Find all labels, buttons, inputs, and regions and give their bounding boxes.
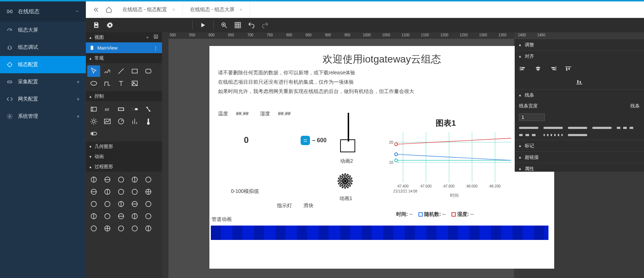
process-shape-8[interactable] bbox=[128, 186, 141, 198]
slider-widget[interactable]: = – 600 bbox=[301, 136, 326, 145]
ctrl-progress[interactable] bbox=[128, 103, 141, 115]
palette-section-normal[interactable]: ▴ 常规 bbox=[86, 53, 162, 63]
fan-widget[interactable] bbox=[336, 172, 355, 190]
process-shape-17[interactable] bbox=[115, 210, 128, 222]
props-section-marker[interactable]: ▴标记 bbox=[515, 140, 644, 151]
import-view-icon[interactable] bbox=[153, 34, 158, 41]
tab-dashboard[interactable]: 在线组态 - 组态大屏 × bbox=[183, 1, 250, 18]
collapse-tabs-button[interactable] bbox=[89, 3, 102, 16]
grid-button[interactable] bbox=[231, 19, 245, 31]
animation-box-2[interactable] bbox=[339, 113, 357, 156]
tool-polyline[interactable] bbox=[101, 78, 114, 89]
props-section-adjust[interactable]: ▴调整 bbox=[515, 39, 644, 50]
ctrl-numeric[interactable]: ## bbox=[101, 103, 114, 115]
process-shape-19[interactable] bbox=[142, 210, 155, 222]
ctrl-panel[interactable] bbox=[87, 103, 100, 115]
palette-section-view[interactable]: ▴ 视图 ＋ bbox=[86, 32, 162, 42]
process-shape-18[interactable] bbox=[128, 210, 141, 222]
process-shape-7[interactable] bbox=[115, 186, 128, 198]
tool-text[interactable] bbox=[115, 78, 128, 89]
props-section-line[interactable]: ▴线条 bbox=[515, 89, 644, 101]
process-shape-21[interactable] bbox=[101, 223, 114, 234]
line-style-round[interactable] bbox=[568, 134, 587, 136]
process-shape-3[interactable] bbox=[128, 174, 141, 185]
process-shape-11[interactable] bbox=[101, 198, 114, 210]
close-icon[interactable]: × bbox=[172, 7, 175, 13]
palette-section-geometry[interactable]: ▾ 几何图形 bbox=[86, 142, 162, 152]
process-shape-0[interactable] bbox=[87, 174, 100, 185]
process-shape-14[interactable] bbox=[142, 198, 155, 210]
tool-line[interactable] bbox=[115, 65, 128, 77]
settings-button[interactable] bbox=[103, 19, 117, 31]
line-style-solid[interactable] bbox=[519, 127, 538, 129]
align-center-h-button[interactable] bbox=[533, 65, 543, 73]
align-top-button[interactable] bbox=[564, 65, 573, 73]
ctrl-toggle[interactable] bbox=[87, 128, 100, 139]
nav-item-system[interactable]: 系统管理 ▾ bbox=[0, 108, 86, 125]
view-item-mainview[interactable]: MainView ⋮ bbox=[86, 42, 162, 53]
pipe-animation[interactable] bbox=[211, 226, 548, 240]
tool-image[interactable] bbox=[128, 78, 141, 89]
process-shape-10[interactable] bbox=[87, 198, 100, 210]
ctrl-valve[interactable] bbox=[142, 103, 155, 115]
home-button[interactable] bbox=[102, 3, 115, 16]
tool-pointer[interactable] bbox=[87, 65, 100, 77]
process-shape-24[interactable] bbox=[142, 223, 155, 234]
line-style-solid-2[interactable] bbox=[543, 127, 563, 129]
more-icon[interactable]: ⋮ bbox=[153, 45, 158, 51]
zoom-button[interactable] bbox=[217, 19, 231, 31]
process-shape-16[interactable] bbox=[101, 210, 114, 222]
nav-item-debug[interactable]: 组态调试 bbox=[0, 39, 86, 56]
process-shape-15[interactable] bbox=[87, 210, 100, 222]
nav-item-gateway[interactable]: 网关配置 ▾ bbox=[0, 91, 86, 108]
process-shape-13[interactable] bbox=[128, 198, 141, 210]
process-shape-2[interactable] bbox=[115, 174, 128, 185]
align-left-button[interactable] bbox=[518, 65, 528, 73]
tool-freehand[interactable] bbox=[101, 65, 114, 77]
palette-section-animation[interactable]: ▾ 动画 bbox=[86, 152, 162, 162]
save-button[interactable] bbox=[89, 19, 103, 31]
line-width-input[interactable] bbox=[519, 113, 545, 121]
collapse-icon[interactable] bbox=[75, 9, 79, 15]
line-style-solid-3[interactable] bbox=[568, 127, 587, 129]
chart-1[interactable]: 图表1 1020:47.400:47.600:47.800:48.000:48.… bbox=[385, 118, 536, 208]
process-shape-12[interactable] bbox=[115, 198, 128, 210]
ctrl-bars[interactable] bbox=[128, 116, 141, 127]
ctrl-thermo[interactable] bbox=[142, 116, 155, 127]
tab-config[interactable]: 在线组态 - 组态配置 × bbox=[115, 1, 183, 18]
props-section-align[interactable]: ▴对齐 bbox=[515, 50, 644, 62]
props-section-hyperlink[interactable]: ▴超链接 bbox=[515, 151, 644, 163]
align-bottom-button[interactable] bbox=[518, 78, 640, 86]
palette-section-process[interactable]: ▴ 过程图形 bbox=[86, 162, 162, 172]
process-shape-22[interactable] bbox=[115, 223, 128, 234]
slider-knob[interactable]: = bbox=[301, 136, 310, 145]
undo-button[interactable] bbox=[245, 19, 258, 31]
tool-roundrect[interactable] bbox=[142, 65, 155, 77]
ctrl-lamp[interactable] bbox=[87, 116, 100, 127]
process-shape-5[interactable] bbox=[87, 186, 100, 198]
process-shape-20[interactable] bbox=[87, 223, 100, 234]
align-right-button[interactable] bbox=[548, 65, 558, 73]
close-icon[interactable]: × bbox=[240, 7, 242, 13]
tool-ellipse[interactable] bbox=[87, 78, 100, 89]
process-shape-23[interactable] bbox=[128, 223, 141, 234]
nav-item-collect[interactable]: 采集配置 ▾ bbox=[0, 73, 86, 91]
line-style-dash[interactable] bbox=[617, 127, 636, 129]
nav-header[interactable]: 在线组态 bbox=[0, 1, 86, 22]
ctrl-display[interactable] bbox=[115, 103, 128, 115]
line-style-dash-2[interactable] bbox=[519, 134, 538, 136]
ctrl-gauge[interactable] bbox=[115, 116, 128, 127]
process-shape-4[interactable] bbox=[142, 174, 155, 185]
canvas[interactable]: 欢迎使用iotgateway云组态 请不要删除任何页面的数据，你可以新增，或下载… bbox=[209, 46, 554, 269]
palette-section-control[interactable]: ▴ 控制 bbox=[86, 91, 162, 101]
nav-item-config[interactable]: 组态配置 bbox=[0, 56, 86, 73]
nav-item-dashboard[interactable]: 组态大屏 bbox=[0, 22, 86, 39]
line-style-dot[interactable] bbox=[543, 134, 563, 136]
line-style-solid-4[interactable] bbox=[592, 127, 612, 129]
process-shape-9[interactable] bbox=[142, 186, 155, 198]
ctrl-trend[interactable] bbox=[101, 116, 114, 127]
process-shape-6[interactable] bbox=[101, 186, 114, 198]
play-button[interactable] bbox=[196, 19, 210, 31]
tool-rect[interactable] bbox=[128, 65, 141, 77]
process-shape-1[interactable] bbox=[101, 174, 114, 185]
